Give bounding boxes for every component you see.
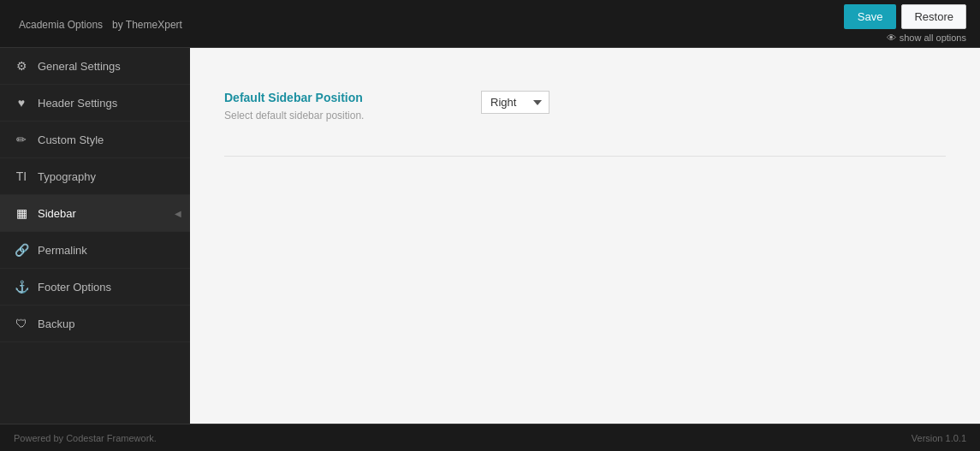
sidebar-item-label-custom-style: Custom Style	[38, 134, 104, 146]
title-text: Academia Options	[19, 19, 103, 31]
subtitle-text: by ThemeXpert	[112, 19, 182, 31]
content-area: Default Sidebar Position Select default …	[190, 48, 980, 424]
show-all-options-link[interactable]: 👁show all options	[887, 33, 966, 43]
top-header: Academia Options by ThemeXpert Save Rest…	[0, 0, 980, 48]
sidebar-item-sidebar[interactable]: ▦Sidebar◀	[0, 195, 190, 232]
sidebar-item-label-backup: Backup	[38, 317, 74, 330]
header-actions: Save Restore 👁show all options	[844, 4, 966, 43]
eye-icon: 👁	[887, 33, 896, 43]
sidebar-item-label-footer-options: Footer Options	[38, 281, 111, 294]
sidebar-item-typography[interactable]: TITypography	[0, 158, 190, 195]
typography-icon: TI	[14, 169, 29, 183]
general-settings-icon: ⚙	[14, 59, 29, 73]
sidebar-icon: ▦	[14, 206, 29, 220]
main-layout: ⚙General Settings♥Header Settings✏Custom…	[0, 48, 980, 424]
header-buttons: Save Restore	[844, 4, 966, 29]
sidebar-item-label-permalink: Permalink	[38, 244, 87, 257]
app-title: Academia Options by ThemeXpert	[14, 15, 182, 33]
sidebar-item-permalink[interactable]: 🔗Permalink	[0, 232, 190, 269]
footer-left: Powered by Codestar Framework.	[14, 433, 157, 443]
sidebar-item-general-settings[interactable]: ⚙General Settings	[0, 48, 190, 85]
permalink-icon: 🔗	[14, 243, 29, 257]
restore-button[interactable]: Restore	[901, 4, 966, 29]
custom-style-icon: ✏	[14, 133, 29, 146]
sidebar-item-label-typography: Typography	[38, 170, 96, 183]
field-label-group: Default Sidebar Position Select default …	[224, 91, 447, 139]
sidebar-item-backup[interactable]: 🛡Backup	[0, 306, 190, 342]
sidebar-item-label-header-settings: Header Settings	[38, 97, 117, 110]
sidebar-item-label-general-settings: General Settings	[38, 60, 121, 73]
footer-right: Version 1.0.1	[912, 433, 966, 443]
sidebar-position-select[interactable]: LeftRightNone	[481, 91, 549, 114]
sidebar-nav: ⚙General Settings♥Header Settings✏Custom…	[0, 48, 190, 424]
save-button[interactable]: Save	[844, 4, 897, 29]
field-control: LeftRightNone	[481, 91, 946, 114]
field-desc: Select default sidebar position.	[224, 110, 447, 122]
backup-icon: 🛡	[14, 317, 29, 330]
sidebar-item-label-sidebar: Sidebar	[38, 207, 76, 220]
sidebar-item-footer-options[interactable]: ⚓Footer Options	[0, 269, 190, 306]
show-all-label: show all options	[900, 33, 966, 43]
header-settings-icon: ♥	[14, 96, 29, 110]
footer-options-icon: ⚓	[14, 280, 29, 294]
field-row-sidebar-position: Default Sidebar Position Select default …	[224, 74, 946, 157]
sidebar-item-header-settings[interactable]: ♥Header Settings	[0, 85, 190, 122]
sidebar-collapse-arrow: ◀	[175, 209, 181, 218]
sidebar-item-custom-style[interactable]: ✏Custom Style	[0, 122, 190, 158]
field-title: Default Sidebar Position	[224, 91, 447, 104]
page-footer: Powered by Codestar Framework. Version 1…	[0, 424, 980, 451]
